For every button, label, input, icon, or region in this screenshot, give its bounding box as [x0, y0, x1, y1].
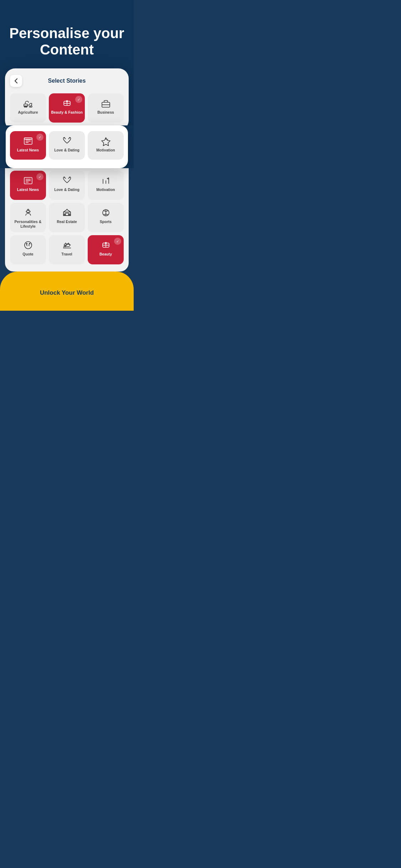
svg-point-25	[25, 242, 32, 249]
svg-point-19	[27, 209, 29, 211]
check-badge-beauty: ✓	[75, 96, 82, 103]
category-motivation[interactable]: Motivation	[88, 131, 124, 160]
phone-mockup: Select Stories Agriculture	[5, 68, 129, 130]
popup-motivation-label: Motivation	[96, 148, 115, 153]
scroll-row3-travel: Travel	[61, 252, 72, 257]
category-sports[interactable]: Sports	[88, 203, 124, 232]
category-real-estate[interactable]: Real Estate	[49, 203, 85, 232]
popup-categories-grid: ✓ Latest News Lov	[10, 131, 124, 160]
svg-point-30	[105, 242, 107, 244]
category-love-dating[interactable]: Love & Dating	[49, 131, 85, 160]
svg-rect-20	[66, 213, 68, 216]
screen-title: Select Stories	[22, 78, 112, 84]
popup-card: ✓ Latest News Lov	[6, 125, 128, 168]
scroll-row3-beauty: Beauty	[99, 252, 112, 257]
scroll-row2-personalities: Personalities & Lifestyle	[12, 219, 44, 229]
category-quote[interactable]: Quote	[10, 235, 46, 264]
popup-latest-news-label: Latest News	[17, 148, 39, 153]
svg-rect-21	[63, 214, 65, 216]
category-business-label: Business	[97, 110, 114, 115]
yellow-footer: Unlock Your World	[0, 272, 134, 311]
phone-nav: Select Stories	[10, 75, 124, 87]
scroll-row1: ✓ Latest News Love & Dating	[10, 171, 124, 200]
category-beauty-label: Beauty & Fashion	[51, 110, 83, 115]
category-love-dating-2[interactable]: Love & Dating	[49, 171, 85, 200]
popup-love-dating-label: Love & Dating	[54, 148, 79, 153]
scroll-row1-latest-news: Latest News	[17, 187, 39, 192]
hero-title: Personalise your Content	[9, 25, 125, 58]
svg-point-26	[26, 243, 27, 244]
scroll-row2-sports: Sports	[100, 219, 112, 224]
scroll-row2: Personalities & Lifestyle Real Estate	[10, 203, 124, 232]
category-personalities[interactable]: Personalities & Lifestyle	[10, 203, 46, 232]
check-badge-news2: ✓	[36, 173, 43, 180]
scroll-row1-motivation: Motivation	[96, 187, 115, 192]
category-motivation-2[interactable]: Motivation	[88, 171, 124, 200]
top-categories-grid: Agriculture ✓ Beauty & Fashion	[10, 93, 124, 123]
phone-rest-area: ✓ Latest News Love & Dating	[5, 166, 129, 272]
unlock-label: Unlock Your World	[40, 289, 94, 296]
svg-point-4	[31, 106, 32, 107]
category-latest-news[interactable]: ✓ Latest News	[10, 131, 46, 160]
category-beauty-2[interactable]: ✓ Beauty	[88, 235, 124, 264]
svg-rect-22	[69, 214, 71, 216]
category-travel[interactable]: Travel	[49, 235, 85, 264]
category-latest-news-2[interactable]: ✓ Latest News	[10, 171, 46, 200]
check-badge-beauty2: ✓	[114, 238, 121, 245]
check-badge-news: ✓	[36, 134, 43, 141]
scroll-row1-love-dating: Love & Dating	[54, 187, 79, 192]
page-root: Personalise your Content Select Stories	[0, 0, 134, 311]
back-button[interactable]	[10, 75, 22, 87]
category-agriculture[interactable]: Agriculture	[10, 93, 46, 123]
category-business[interactable]: Business	[88, 93, 124, 123]
scroll-row3: Quote Travel ✓	[10, 235, 124, 264]
category-beauty-fashion[interactable]: ✓ Beauty & Fashion	[49, 93, 85, 123]
svg-point-27	[29, 243, 30, 244]
scroll-row3-quote: Quote	[22, 252, 33, 257]
category-agriculture-label: Agriculture	[18, 110, 38, 115]
hero-section: Personalise your Content	[0, 0, 134, 68]
svg-rect-13	[24, 138, 32, 139]
scroll-row2-real-estate: Real Estate	[57, 219, 77, 224]
